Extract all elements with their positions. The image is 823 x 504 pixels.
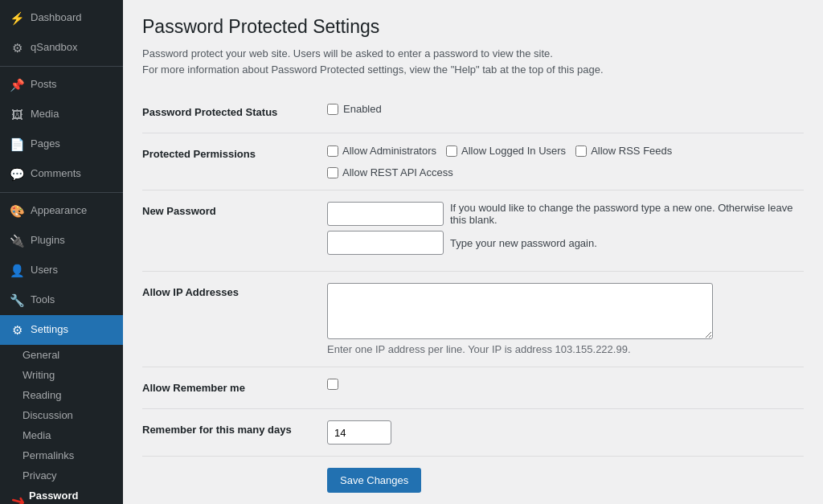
remember-days-label: Remember for this many days: [142, 409, 319, 457]
ip-row: Allow IP Addresses Enter one IP address …: [142, 272, 804, 367]
submenu-reading[interactable]: Reading: [0, 385, 123, 405]
sidebar-item-tools[interactable]: 🔧 Tools: [0, 285, 123, 315]
perm-administrators[interactable]: Allow Administrators: [327, 145, 436, 157]
sidebar-item-settings[interactable]: ⚙ Settings: [0, 315, 123, 345]
save-row: Save Changes: [142, 457, 804, 505]
dashboard-icon: ⚡: [10, 10, 24, 27]
gear-icon: ⚙: [10, 39, 24, 56]
users-icon: 👤: [10, 262, 24, 279]
allow-rest-api-checkbox[interactable]: [327, 167, 338, 178]
comments-icon: 💬: [10, 166, 24, 182]
submenu-password-protected[interactable]: Password Protected: [29, 490, 115, 504]
perm-rest-api[interactable]: Allow REST API Access: [327, 166, 453, 178]
desc-line2: For more information about Password Prot…: [142, 64, 604, 76]
sidebar-divider-1: [0, 66, 123, 67]
perm-label-text: Allow RSS Feeds: [591, 145, 672, 157]
page-description: Password protect your web site. Users wi…: [142, 46, 804, 77]
sidebar-item-appearance[interactable]: 🎨 Appearance: [0, 196, 123, 226]
permissions-row: Protected Permissions Allow Administrato…: [142, 133, 804, 191]
status-checkbox[interactable]: [327, 104, 338, 115]
sidebar-item-plugins[interactable]: 🔌 Plugins: [0, 226, 123, 256]
sidebar-item-label: Appearance: [31, 203, 87, 218]
allow-logged-users-checkbox[interactable]: [446, 145, 457, 157]
submenu-privacy[interactable]: Privacy: [0, 465, 123, 486]
sidebar-item-label: Media: [31, 107, 59, 121]
submenu-permalinks[interactable]: Permalinks: [0, 445, 123, 465]
content-area: Password Protected Settings Password pro…: [123, 0, 823, 504]
sidebar-top: ⚡ Dashboard ⚙ qSandbox 📌 Posts 🖼 Media 📄…: [0, 0, 123, 504]
appearance-icon: 🎨: [10, 203, 24, 219]
password-input-row-1: If you would like to change the password…: [327, 202, 796, 226]
ip-hint: Enter one IP address per line. Your IP i…: [327, 343, 796, 355]
desc-line1: Password protect your web site. Users wi…: [142, 47, 553, 59]
settings-icon: ⚙: [10, 322, 24, 338]
password-input-2[interactable]: [327, 231, 444, 255]
perm-label-text: Allow Logged In Users: [461, 145, 566, 157]
sidebar-item-pages[interactable]: 📄 Pages: [0, 129, 123, 159]
sidebar-item-label: qSandbox: [31, 40, 78, 55]
sidebar-item-label: Comments: [31, 166, 81, 181]
allow-administrators-checkbox[interactable]: [327, 145, 338, 157]
sidebar-item-label: Dashboard: [31, 10, 82, 25]
posts-icon: 📌: [10, 76, 24, 93]
perm-label-text: Allow REST API Access: [342, 166, 453, 178]
allow-rss-feeds-checkbox[interactable]: [575, 145, 587, 157]
sidebar-item-media[interactable]: 🖼 Media: [0, 100, 123, 129]
sidebar-item-comments[interactable]: 💬 Comments: [0, 159, 123, 189]
password-input-row-2: Type your new password again.: [327, 231, 796, 255]
perm-label-text: Allow Administrators: [342, 145, 436, 157]
settings-submenu: General Writing Reading Discussion Media…: [0, 345, 123, 504]
sidebar-item-label: Tools: [31, 293, 55, 307]
remember-checkbox-label[interactable]: [327, 379, 796, 390]
status-checkbox-text: Enabled: [343, 103, 382, 115]
status-checkbox-label[interactable]: Enabled: [327, 103, 796, 115]
submenu-general[interactable]: General: [0, 345, 123, 365]
password-label: New Password: [142, 191, 319, 272]
permissions-label: Protected Permissions: [142, 133, 319, 191]
ip-textarea[interactable]: [327, 283, 713, 339]
password-hint-1: If you would like to change the password…: [450, 202, 796, 226]
ip-label: Allow IP Addresses: [142, 272, 319, 367]
main-content: Password Protected Settings Password pro…: [123, 0, 823, 504]
settings-table: Password Protected Status Enabled Protec…: [142, 92, 804, 504]
password-hint-2: Type your new password again.: [450, 237, 597, 249]
tools-icon: 🔧: [10, 292, 24, 309]
sidebar-item-dashboard[interactable]: ⚡ Dashboard: [0, 3, 123, 33]
submenu-discussion[interactable]: Discussion: [0, 405, 123, 425]
password-input-1[interactable]: [327, 202, 444, 226]
remember-days-row: Remember for this many days: [142, 409, 804, 457]
sidebar: ⚡ Dashboard ⚙ qSandbox 📌 Posts 🖼 Media 📄…: [0, 0, 123, 504]
sidebar-divider-2: [0, 192, 123, 193]
remember-row: Allow Remember me: [142, 367, 804, 409]
plugins-icon: 🔌: [10, 232, 24, 249]
permissions-options: Allow Administrators Allow Logged In Use…: [327, 145, 796, 178]
remember-label: Allow Remember me: [142, 367, 319, 409]
save-button[interactable]: Save Changes: [327, 468, 421, 493]
red-arrow-icon: ➜: [9, 490, 28, 504]
sidebar-item-label: Plugins: [31, 233, 65, 248]
page-title: Password Protected Settings: [142, 16, 804, 38]
status-label: Password Protected Status: [142, 92, 319, 133]
submenu-writing[interactable]: Writing: [0, 365, 123, 385]
sidebar-item-users[interactable]: 👤 Users: [0, 256, 123, 285]
password-row: New Password If you would like to change…: [142, 191, 804, 272]
sidebar-item-label: Users: [31, 263, 58, 277]
perm-logged-users[interactable]: Allow Logged In Users: [446, 145, 566, 157]
perm-rss-feeds[interactable]: Allow RSS Feeds: [575, 145, 672, 157]
status-row: Password Protected Status Enabled: [142, 92, 804, 133]
sidebar-item-posts[interactable]: 📌 Posts: [0, 70, 123, 100]
sidebar-item-label: Settings: [31, 322, 68, 337]
sidebar-item-qsandbox[interactable]: ⚙ qSandbox: [0, 33, 123, 63]
media-icon: 🖼: [10, 106, 24, 123]
sidebar-item-label: Posts: [31, 77, 57, 92]
submenu-media[interactable]: Media: [0, 425, 123, 445]
pages-icon: 📄: [10, 136, 24, 153]
remember-checkbox[interactable]: [327, 379, 338, 390]
sidebar-item-label: Pages: [31, 137, 60, 151]
remember-days-input[interactable]: [327, 420, 391, 445]
